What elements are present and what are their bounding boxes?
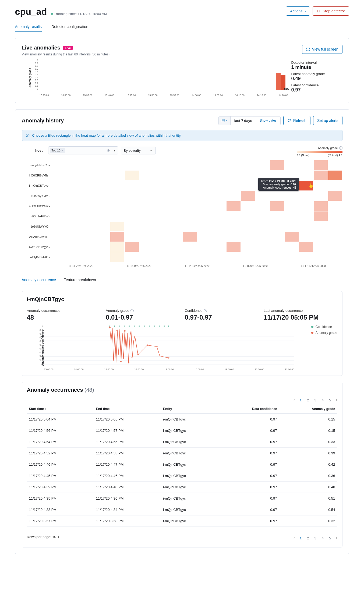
heatmap-cell[interactable]: [168, 191, 183, 201]
heatmap-cell[interactable]: [66, 181, 81, 191]
heatmap-cell[interactable]: [168, 160, 183, 170]
heatmap-cell[interactable]: [328, 191, 342, 201]
heatmap-cell[interactable]: [168, 221, 183, 232]
sort-select[interactable]: By severity ▾: [121, 147, 156, 154]
heatmap-cell[interactable]: [299, 221, 313, 232]
heatmap-cell[interactable]: [139, 221, 154, 232]
heatmap-cell[interactable]: [96, 170, 110, 181]
heatmap-cell[interactable]: [110, 181, 125, 191]
heatmap-cell[interactable]: [139, 170, 154, 181]
date-range-picker[interactable]: ▾ last 7 days Show dates: [218, 116, 281, 125]
heatmap-cell[interactable]: [299, 191, 313, 201]
subtab-feature[interactable]: Feature breakdown: [63, 275, 96, 285]
heatmap-cell[interactable]: [226, 160, 241, 170]
heatmap-cell[interactable]: [66, 201, 81, 211]
heatmap-cell[interactable]: [197, 252, 212, 262]
heatmap-cell[interactable]: [66, 191, 81, 201]
heatmap-cell[interactable]: [255, 191, 270, 201]
heatmap-cell[interactable]: [125, 201, 139, 211]
heatmap-cell[interactable]: [125, 170, 139, 181]
heatmap-cell[interactable]: [270, 221, 284, 232]
heatmap-cell[interactable]: [183, 211, 197, 221]
heatmap-cell[interactable]: [125, 160, 139, 170]
refresh-button[interactable]: Refresh: [283, 116, 310, 125]
heatmap-cell[interactable]: [154, 232, 168, 242]
heatmap-cell[interactable]: [241, 160, 255, 170]
table-row[interactable]: 11/17/20 4:46 PM11/17/20 4:47 PMi-mQjnCB…: [27, 459, 337, 470]
heatmap-cell[interactable]: [284, 211, 299, 221]
heatmap-cell[interactable]: [313, 211, 328, 221]
heatmap-cell[interactable]: [270, 211, 284, 221]
heatmap-cell[interactable]: [52, 191, 66, 201]
heatmap-cell[interactable]: [110, 191, 125, 201]
heatmap-cell[interactable]: [212, 232, 226, 242]
chevron-down-icon[interactable]: ▾: [113, 149, 116, 152]
col-anomaly-grade[interactable]: Anomaly grade: [279, 404, 337, 414]
heatmap-cell[interactable]: [197, 211, 212, 221]
heatmap-cell[interactable]: [212, 211, 226, 221]
heatmap-cell[interactable]: [255, 221, 270, 232]
heatmap-cell[interactable]: [270, 191, 284, 201]
heatmap-cell[interactable]: [110, 232, 125, 242]
host-combobox[interactable]: Top 10 × ⊗ ▾: [48, 146, 118, 154]
heatmap-cell[interactable]: [110, 242, 125, 252]
pager-page[interactable]: 1: [299, 398, 302, 402]
heatmap-cell[interactable]: [313, 221, 328, 232]
heatmap-cell[interactable]: [81, 170, 96, 181]
heatmap-cell[interactable]: [168, 242, 183, 252]
heatmap-cell[interactable]: [125, 242, 139, 252]
pager-page[interactable]: 4: [321, 536, 324, 540]
tab-anomaly-results[interactable]: Anomaly results: [15, 22, 42, 32]
heatmap-cell[interactable]: [299, 160, 313, 170]
heatmap-cell[interactable]: [81, 221, 96, 232]
table-row[interactable]: 11/17/20 4:33 PM11/17/20 4:34 PMi-mQjnCB…: [27, 504, 337, 515]
heatmap-cell[interactable]: [299, 170, 313, 181]
heatmap-cell[interactable]: [284, 191, 299, 201]
heatmap-cell[interactable]: [183, 170, 197, 181]
heatmap-cell[interactable]: [255, 232, 270, 242]
col-end-time[interactable]: End time: [94, 404, 161, 414]
heatmap-cell[interactable]: [139, 160, 154, 170]
heatmap-cell[interactable]: [96, 160, 110, 170]
pager-page[interactable]: 3: [314, 536, 317, 540]
heatmap-cell[interactable]: [197, 191, 212, 201]
heatmap-cell[interactable]: [241, 181, 255, 191]
heatmap-cell[interactable]: [52, 170, 66, 181]
heatmap-cell[interactable]: [241, 201, 255, 211]
actions-button[interactable]: Actions ▾: [286, 6, 310, 16]
view-full-screen-button[interactable]: View full screen: [302, 45, 342, 54]
heatmap-cell[interactable]: [81, 242, 96, 252]
pager-page[interactable]: 1: [299, 536, 302, 540]
heatmap-cell[interactable]: [270, 242, 284, 252]
heatmap-cell[interactable]: [241, 242, 255, 252]
heatmap-cell[interactable]: [81, 191, 96, 201]
heatmap-cell[interactable]: [125, 232, 139, 242]
heatmap-cell[interactable]: [66, 242, 81, 252]
heatmap-cell[interactable]: [125, 252, 139, 262]
heatmap-cell[interactable]: [154, 211, 168, 221]
heatmap-cell[interactable]: [110, 160, 125, 170]
heatmap-cell[interactable]: [212, 221, 226, 232]
heatmap-cell[interactable]: [139, 201, 154, 211]
heatmap-cell[interactable]: [96, 252, 110, 262]
heatmap-cell[interactable]: [183, 252, 197, 262]
heatmap-cell[interactable]: [66, 221, 81, 232]
info-icon[interactable]: i: [130, 309, 134, 312]
heatmap-cell[interactable]: [226, 201, 241, 211]
heatmap-cell[interactable]: [139, 242, 154, 252]
heatmap-cell[interactable]: [328, 170, 342, 181]
heatmap-cell[interactable]: [168, 181, 183, 191]
heatmap-cell[interactable]: [96, 242, 110, 252]
heatmap-cell[interactable]: [313, 160, 328, 170]
heatmap-cell[interactable]: [183, 181, 197, 191]
heatmap-cell[interactable]: [212, 170, 226, 181]
heatmap-cell[interactable]: [139, 252, 154, 262]
heatmap-cell[interactable]: [125, 181, 139, 191]
heatmap-cell[interactable]: [270, 232, 284, 242]
heatmap-cell[interactable]: [284, 252, 299, 262]
heatmap-cell[interactable]: [81, 232, 96, 242]
pager-page[interactable]: 4: [321, 398, 324, 402]
heatmap-cell[interactable]: [110, 201, 125, 211]
clear-icon[interactable]: ⊗: [106, 148, 111, 153]
heatmap-cell[interactable]: [299, 242, 313, 252]
